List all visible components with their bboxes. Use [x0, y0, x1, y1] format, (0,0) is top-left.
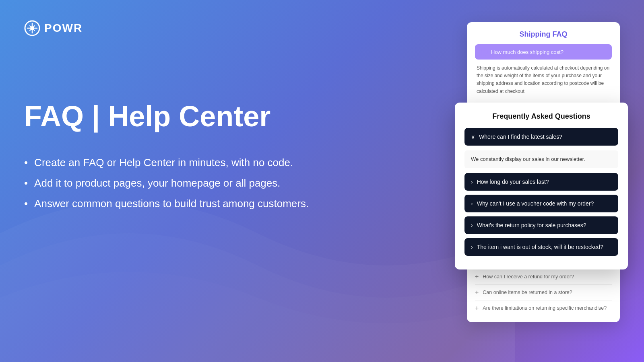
- chevron-right-icon-3: ›: [471, 222, 473, 228]
- right-section: Shipping FAQ ℹ How much does shipping co…: [362, 0, 644, 362]
- faq-open-item[interactable]: ∨ Where can I find the latest sales?: [464, 128, 618, 146]
- shipping-active-label: How much does shipping cost?: [491, 49, 564, 55]
- bottom-faq-item-4[interactable]: + Can online items be returned in a stor…: [475, 285, 612, 300]
- feature-item-3: Answer common questions to build trust a…: [24, 197, 366, 210]
- plus-icon-5: +: [475, 304, 479, 312]
- faq-answer-box: We constantly display our sales in our n…: [464, 150, 618, 168]
- faq-closed-item-4[interactable]: › The item i want is out of stock, will …: [464, 238, 618, 256]
- faq-closed-item-2[interactable]: › Why can't I use a voucher code with my…: [464, 195, 618, 212]
- faq-closed-label-1: How long do your sales last?: [477, 179, 612, 185]
- logo-text: POWR: [44, 22, 83, 35]
- bottom-faq-label-5: Are there limitations on returning speci…: [483, 305, 607, 311]
- shipping-circle-icon: ℹ: [481, 48, 488, 56]
- shipping-answer: Shipping is automatically calculated at …: [475, 64, 612, 95]
- faq-closed-item-3[interactable]: › What's the return policy for sale purc…: [464, 216, 618, 234]
- chevron-right-icon-2: ›: [471, 200, 473, 207]
- chevron-right-icon-1: ›: [471, 179, 473, 185]
- left-section: POWR FAQ | Help Center Create an FAQ or …: [24, 0, 366, 362]
- bottom-faq-label-4: Can online items be returned in a store?: [483, 290, 572, 295]
- shipping-faq-title: Shipping FAQ: [475, 30, 612, 39]
- faq-closed-label-3: What's the return policy for sale purcha…: [477, 222, 612, 228]
- faq-open-label: Where can I find the latest sales?: [479, 134, 612, 140]
- bottom-faq-item-3[interactable]: + How can I receive a refund for my orde…: [475, 269, 612, 285]
- faq-closed-label-4: The item i want is out of stock, will it…: [477, 244, 612, 250]
- chevron-down-icon: ∨: [471, 134, 475, 140]
- chevron-right-icon-4: ›: [471, 244, 473, 250]
- shipping-active-item[interactable]: ℹ How much does shipping cost?: [475, 44, 612, 60]
- feature-item-1: Create an FAQ or Help Center in minutes,…: [24, 156, 366, 169]
- logo: POWR: [24, 20, 366, 36]
- main-faq-title: Frequently Asked Questions: [464, 112, 618, 121]
- faq-closed-label-2: Why can't I use a voucher code with my o…: [477, 200, 612, 207]
- faq-answer-text: We constantly display our sales in our n…: [471, 155, 612, 163]
- feature-item-2: Add it to product pages, your homepage o…: [24, 177, 366, 189]
- feature-list: Create an FAQ or Help Center in minutes,…: [24, 156, 366, 210]
- main-faq-card: Frequently Asked Questions ∨ Where can I…: [455, 103, 628, 269]
- powr-logo-icon: [24, 20, 40, 36]
- plus-icon-3: +: [475, 273, 479, 280]
- bottom-faq-label-3: How can I receive a refund for my order?: [483, 274, 574, 280]
- faq-closed-item-1[interactable]: › How long do your sales last?: [464, 173, 618, 191]
- page-title: FAQ | Help Center: [24, 101, 366, 132]
- plus-icon-4: +: [475, 289, 479, 296]
- bottom-faq-item-5[interactable]: + Are there limitations on returning spe…: [475, 300, 612, 316]
